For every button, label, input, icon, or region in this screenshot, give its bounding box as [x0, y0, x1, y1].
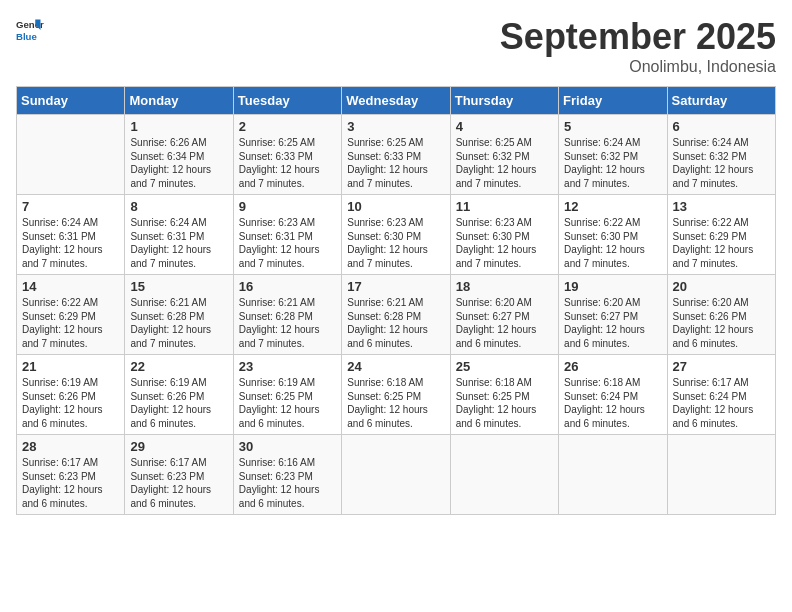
- day-number: 23: [239, 359, 336, 374]
- day-number: 21: [22, 359, 119, 374]
- day-info: Sunrise: 6:23 AMSunset: 6:30 PMDaylight:…: [456, 216, 553, 270]
- day-info: Sunrise: 6:24 AMSunset: 6:32 PMDaylight:…: [673, 136, 770, 190]
- day-info: Sunrise: 6:21 AMSunset: 6:28 PMDaylight:…: [239, 296, 336, 350]
- day-info: Sunrise: 6:24 AMSunset: 6:32 PMDaylight:…: [564, 136, 661, 190]
- day-info: Sunrise: 6:23 AMSunset: 6:30 PMDaylight:…: [347, 216, 444, 270]
- table-row: 28Sunrise: 6:17 AMSunset: 6:23 PMDayligh…: [17, 435, 125, 515]
- day-number: 14: [22, 279, 119, 294]
- location-title: Onolimbu, Indonesia: [500, 58, 776, 76]
- day-number: 30: [239, 439, 336, 454]
- day-number: 11: [456, 199, 553, 214]
- table-row: 15Sunrise: 6:21 AMSunset: 6:28 PMDayligh…: [125, 275, 233, 355]
- day-number: 17: [347, 279, 444, 294]
- day-info: Sunrise: 6:16 AMSunset: 6:23 PMDaylight:…: [239, 456, 336, 510]
- day-number: 4: [456, 119, 553, 134]
- day-number: 5: [564, 119, 661, 134]
- day-info: Sunrise: 6:23 AMSunset: 6:31 PMDaylight:…: [239, 216, 336, 270]
- day-info: Sunrise: 6:21 AMSunset: 6:28 PMDaylight:…: [130, 296, 227, 350]
- col-monday: Monday: [125, 87, 233, 115]
- day-info: Sunrise: 6:25 AMSunset: 6:32 PMDaylight:…: [456, 136, 553, 190]
- col-wednesday: Wednesday: [342, 87, 450, 115]
- day-info: Sunrise: 6:20 AMSunset: 6:26 PMDaylight:…: [673, 296, 770, 350]
- calendar-week-row: 28Sunrise: 6:17 AMSunset: 6:23 PMDayligh…: [17, 435, 776, 515]
- generalblue-logo-icon: General Blue: [16, 16, 44, 44]
- day-info: Sunrise: 6:22 AMSunset: 6:29 PMDaylight:…: [673, 216, 770, 270]
- table-row: 17Sunrise: 6:21 AMSunset: 6:28 PMDayligh…: [342, 275, 450, 355]
- col-tuesday: Tuesday: [233, 87, 341, 115]
- table-row: 27Sunrise: 6:17 AMSunset: 6:24 PMDayligh…: [667, 355, 775, 435]
- day-info: Sunrise: 6:20 AMSunset: 6:27 PMDaylight:…: [456, 296, 553, 350]
- table-row: 29Sunrise: 6:17 AMSunset: 6:23 PMDayligh…: [125, 435, 233, 515]
- table-row: [342, 435, 450, 515]
- table-row: 1Sunrise: 6:26 AMSunset: 6:34 PMDaylight…: [125, 115, 233, 195]
- day-info: Sunrise: 6:18 AMSunset: 6:25 PMDaylight:…: [456, 376, 553, 430]
- day-number: 25: [456, 359, 553, 374]
- day-info: Sunrise: 6:21 AMSunset: 6:28 PMDaylight:…: [347, 296, 444, 350]
- table-row: 16Sunrise: 6:21 AMSunset: 6:28 PMDayligh…: [233, 275, 341, 355]
- day-number: 27: [673, 359, 770, 374]
- col-saturday: Saturday: [667, 87, 775, 115]
- day-info: Sunrise: 6:19 AMSunset: 6:26 PMDaylight:…: [22, 376, 119, 430]
- logo: General Blue: [16, 16, 44, 44]
- day-number: 18: [456, 279, 553, 294]
- table-row: 12Sunrise: 6:22 AMSunset: 6:30 PMDayligh…: [559, 195, 667, 275]
- title-block: September 2025 Onolimbu, Indonesia: [500, 16, 776, 76]
- table-row: 22Sunrise: 6:19 AMSunset: 6:26 PMDayligh…: [125, 355, 233, 435]
- table-row: 4Sunrise: 6:25 AMSunset: 6:32 PMDaylight…: [450, 115, 558, 195]
- day-number: 10: [347, 199, 444, 214]
- table-row: 19Sunrise: 6:20 AMSunset: 6:27 PMDayligh…: [559, 275, 667, 355]
- day-number: 29: [130, 439, 227, 454]
- day-info: Sunrise: 6:25 AMSunset: 6:33 PMDaylight:…: [347, 136, 444, 190]
- table-row: 24Sunrise: 6:18 AMSunset: 6:25 PMDayligh…: [342, 355, 450, 435]
- day-number: 22: [130, 359, 227, 374]
- day-info: Sunrise: 6:17 AMSunset: 6:23 PMDaylight:…: [22, 456, 119, 510]
- table-row: 10Sunrise: 6:23 AMSunset: 6:30 PMDayligh…: [342, 195, 450, 275]
- day-number: 1: [130, 119, 227, 134]
- table-row: 14Sunrise: 6:22 AMSunset: 6:29 PMDayligh…: [17, 275, 125, 355]
- table-row: 7Sunrise: 6:24 AMSunset: 6:31 PMDaylight…: [17, 195, 125, 275]
- table-row: 11Sunrise: 6:23 AMSunset: 6:30 PMDayligh…: [450, 195, 558, 275]
- day-number: 9: [239, 199, 336, 214]
- table-row: [450, 435, 558, 515]
- day-number: 20: [673, 279, 770, 294]
- day-number: 16: [239, 279, 336, 294]
- day-number: 7: [22, 199, 119, 214]
- table-row: 21Sunrise: 6:19 AMSunset: 6:26 PMDayligh…: [17, 355, 125, 435]
- calendar-week-row: 14Sunrise: 6:22 AMSunset: 6:29 PMDayligh…: [17, 275, 776, 355]
- month-title: September 2025: [500, 16, 776, 58]
- table-row: 30Sunrise: 6:16 AMSunset: 6:23 PMDayligh…: [233, 435, 341, 515]
- day-info: Sunrise: 6:26 AMSunset: 6:34 PMDaylight:…: [130, 136, 227, 190]
- day-number: 15: [130, 279, 227, 294]
- col-thursday: Thursday: [450, 87, 558, 115]
- day-number: 28: [22, 439, 119, 454]
- table-row: [559, 435, 667, 515]
- table-row: 25Sunrise: 6:18 AMSunset: 6:25 PMDayligh…: [450, 355, 558, 435]
- table-row: 20Sunrise: 6:20 AMSunset: 6:26 PMDayligh…: [667, 275, 775, 355]
- table-row: 8Sunrise: 6:24 AMSunset: 6:31 PMDaylight…: [125, 195, 233, 275]
- day-info: Sunrise: 6:19 AMSunset: 6:25 PMDaylight:…: [239, 376, 336, 430]
- svg-text:Blue: Blue: [16, 31, 37, 42]
- day-info: Sunrise: 6:19 AMSunset: 6:26 PMDaylight:…: [130, 376, 227, 430]
- day-number: 3: [347, 119, 444, 134]
- table-row: 23Sunrise: 6:19 AMSunset: 6:25 PMDayligh…: [233, 355, 341, 435]
- calendar-week-row: 1Sunrise: 6:26 AMSunset: 6:34 PMDaylight…: [17, 115, 776, 195]
- day-info: Sunrise: 6:25 AMSunset: 6:33 PMDaylight:…: [239, 136, 336, 190]
- table-row: 5Sunrise: 6:24 AMSunset: 6:32 PMDaylight…: [559, 115, 667, 195]
- day-number: 2: [239, 119, 336, 134]
- calendar-week-row: 21Sunrise: 6:19 AMSunset: 6:26 PMDayligh…: [17, 355, 776, 435]
- day-number: 19: [564, 279, 661, 294]
- table-row: 13Sunrise: 6:22 AMSunset: 6:29 PMDayligh…: [667, 195, 775, 275]
- table-row: 26Sunrise: 6:18 AMSunset: 6:24 PMDayligh…: [559, 355, 667, 435]
- table-row: 6Sunrise: 6:24 AMSunset: 6:32 PMDaylight…: [667, 115, 775, 195]
- page-header: General Blue September 2025 Onolimbu, In…: [16, 16, 776, 76]
- day-info: Sunrise: 6:18 AMSunset: 6:24 PMDaylight:…: [564, 376, 661, 430]
- calendar-table: Sunday Monday Tuesday Wednesday Thursday…: [16, 86, 776, 515]
- calendar-week-row: 7Sunrise: 6:24 AMSunset: 6:31 PMDaylight…: [17, 195, 776, 275]
- day-number: 26: [564, 359, 661, 374]
- day-info: Sunrise: 6:22 AMSunset: 6:30 PMDaylight:…: [564, 216, 661, 270]
- day-number: 6: [673, 119, 770, 134]
- table-row: 2Sunrise: 6:25 AMSunset: 6:33 PMDaylight…: [233, 115, 341, 195]
- calendar-header-row: Sunday Monday Tuesday Wednesday Thursday…: [17, 87, 776, 115]
- day-number: 24: [347, 359, 444, 374]
- day-info: Sunrise: 6:24 AMSunset: 6:31 PMDaylight:…: [130, 216, 227, 270]
